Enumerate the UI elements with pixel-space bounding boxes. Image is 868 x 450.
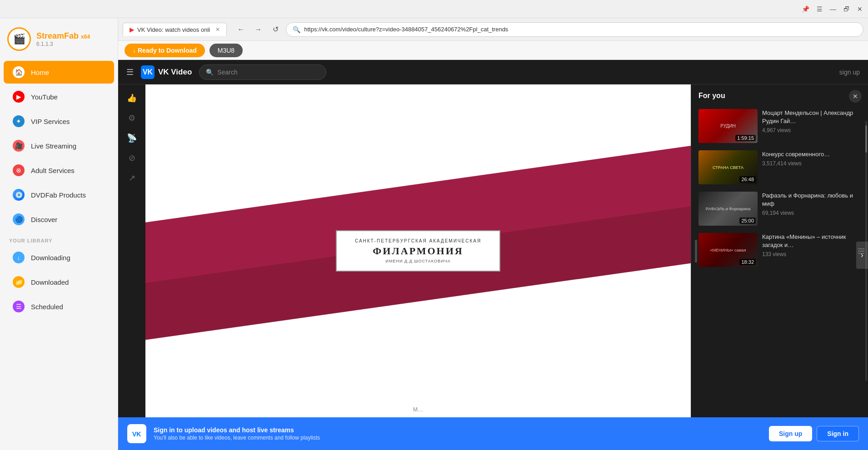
sidebar-label-home: Home xyxy=(31,69,49,76)
vk-signup-button[interactable]: Sign up xyxy=(769,426,812,441)
philharmonic-logo: САНКТ-ПЕТЕРБУРГСКАЯ АКАДЕМИЧЕСКАЯ ФИЛАРМ… xyxy=(336,230,500,272)
vk-left-nav: 👍 ⚙ 📡 ⊘ ↗ xyxy=(118,84,145,417)
video-views-2: 3,517,414 views xyxy=(762,160,861,167)
video-info-2: Конкурс современного… 3,517,414 views xyxy=(762,150,861,184)
video-thumb-2: СТРАНА СВЕТА 26:48 xyxy=(698,150,758,184)
vk-signup-link[interactable]: sign up xyxy=(839,69,860,76)
phil-main-text: ФИЛАРМОНИЯ xyxy=(355,245,481,257)
video-card-2[interactable]: СТРАНА СВЕТА 26:48 Конкурс современного…… xyxy=(691,147,868,188)
download-bar: ↓ Ready to Download M3U8 xyxy=(118,41,868,60)
browser-content: ☰ VK VK Video 🔍 Search sign up 👍 ⚙ xyxy=(118,60,868,450)
live-icon: 🎥 xyxy=(13,140,25,152)
sidebar-item-downloaded[interactable]: 📁 Downloaded xyxy=(4,271,114,293)
vk-search-placeholder: Search xyxy=(217,69,237,76)
phil-top-text: САНКТ-ПЕТЕРБУРГСКАЯ АКАДЕМИЧЕСКАЯ xyxy=(355,238,481,243)
library-section-label: YOUR LIBRARY xyxy=(0,232,118,245)
minimize-button[interactable]: — xyxy=(830,5,836,13)
app-name: StreamFab x64 xyxy=(36,31,90,41)
youtube-icon: ▶ xyxy=(13,91,25,103)
vk-search-bar[interactable]: 🔍 Search xyxy=(199,64,326,80)
video-title-1: Моцарт Мендельсон | Александр Рудин Гай… xyxy=(762,109,861,125)
home-icon: 🏠 xyxy=(13,66,25,78)
vk-header: ☰ VK VK Video 🔍 Search sign up xyxy=(118,60,868,84)
video-card-3[interactable]: РАФАЭЛЬ и Форнарина 25:00 Рафаэль и Форн… xyxy=(691,188,868,229)
sidebar-logo: 🎬 StreamFab x64 6.1.1.3 xyxy=(0,24,118,60)
app-logo-text: StreamFab x64 6.1.1.3 xyxy=(36,31,90,47)
video-hint: М… xyxy=(413,406,423,413)
sidebar-scrollbar-thumb xyxy=(865,125,867,153)
sidebar-label-downloading: Downloading xyxy=(31,254,70,262)
vk-main: 👍 ⚙ 📡 ⊘ ↗ xyxy=(118,84,868,417)
phil-sub-text: ИМЕНИ Д.Д.ШОСТАКОВИЧА xyxy=(355,259,481,263)
video-info-1: Моцарт Мендельсон | Александр Рудин Гай…… xyxy=(762,109,861,143)
scroll-right-button[interactable]: › xyxy=(856,242,868,269)
close-button[interactable]: ✕ xyxy=(857,5,863,13)
tab-title[interactable]: VK Video: watch videos onli xyxy=(137,26,210,33)
video-card-4[interactable]: «МЕНИНЫ» самая 18:32 Картина «Менины» – … xyxy=(691,229,868,271)
discover-icon: 🔵 xyxy=(13,213,25,225)
vk-nav-wifi[interactable]: 📡 xyxy=(123,129,141,147)
ready-to-download-button[interactable]: ↓ Ready to Download xyxy=(125,44,205,57)
adult-icon: ⊗ xyxy=(13,164,25,176)
video-title-3: Рафаэль и Форнарина: любовь и миф xyxy=(762,192,861,208)
sidebar: 🎬 StreamFab x64 6.1.1.3 🏠 Home ▶ YouTube… xyxy=(0,18,118,450)
vk-logo-icon: VK xyxy=(141,65,155,79)
vk-banner-logo: VK xyxy=(127,424,146,443)
m3u8-button[interactable]: M3U8 xyxy=(210,44,243,57)
vip-icon: ✦ xyxy=(13,115,25,127)
video-player[interactable]: САНКТ-ПЕТЕРБУРГСКАЯ АКАДЕМИЧЕСКАЯ ФИЛАРМ… xyxy=(145,84,691,417)
maximize-button[interactable]: 🗗 xyxy=(843,5,850,13)
vk-nav-block[interactable]: ⊘ xyxy=(123,149,141,167)
video-card-1[interactable]: РУДИН 1:59:15 Моцарт Мендельсон | Алекса… xyxy=(691,105,868,147)
menu-button[interactable]: ☰ xyxy=(817,5,823,13)
pin-button[interactable]: 📌 xyxy=(802,5,809,13)
sidebar-label-live: Live Streaming xyxy=(31,142,76,150)
address-bar[interactable]: 🔍 https://vk.com/video/culture?z=video-3… xyxy=(286,22,863,37)
scheduled-icon: ☰ xyxy=(13,301,25,312)
app-body: 🎬 StreamFab x64 6.1.1.3 🏠 Home ▶ YouTube… xyxy=(0,18,868,450)
video-area: САНКТ-ПЕТЕРБУРГСКАЯ АКАДЕМИЧЕСКАЯ ФИЛАРМ… xyxy=(145,84,691,417)
tab-close-icon[interactable]: ✕ xyxy=(215,26,220,33)
forward-button[interactable]: → xyxy=(251,23,265,36)
vk-logo-text: VK Video xyxy=(158,68,192,77)
thumb-duration-1: 1:59:15 xyxy=(735,135,756,141)
sidebar-item-vip[interactable]: ✦ VIP Services xyxy=(4,110,114,133)
vk-nav-settings[interactable]: ⚙ xyxy=(123,109,141,127)
sidebar-label-downloaded: Downloaded xyxy=(31,278,69,286)
sidebar-item-downloading[interactable]: ↓ Downloading xyxy=(4,246,114,269)
sidebar-item-live[interactable]: 🎥 Live Streaming xyxy=(4,134,114,157)
sidebar-item-scheduled[interactable]: ☰ Scheduled xyxy=(4,295,114,318)
sidebar-close-button[interactable]: ✕ xyxy=(849,90,862,103)
svg-text:VK: VK xyxy=(132,430,141,438)
address-text: https://vk.com/video/culture?z=video-348… xyxy=(304,26,508,33)
back-button[interactable]: ← xyxy=(234,23,248,36)
sidebar-item-dvdfab[interactable]: 💿 DVDFab Products xyxy=(4,183,114,206)
sidebar-item-discover[interactable]: 🔵 Discover xyxy=(4,208,114,231)
thumb-duration-3: 25:00 xyxy=(739,218,756,224)
sidebar-item-adult[interactable]: ⊗ Adult Services xyxy=(4,159,114,182)
video-thumb-3: РАФАЭЛЬ и Форнарина 25:00 xyxy=(698,192,758,226)
vk-nav-share[interactable]: ↗ xyxy=(123,169,141,187)
banner-buttons: Sign up Sign in xyxy=(769,426,859,441)
vk-hamburger-icon[interactable]: ☰ xyxy=(126,67,134,77)
sidebar-label-scheduled: Scheduled xyxy=(31,303,63,311)
sidebar-item-youtube[interactable]: ▶ YouTube xyxy=(4,85,114,108)
dvd-icon: 💿 xyxy=(13,189,25,201)
sidebar-label-adult: Adult Services xyxy=(31,167,75,174)
vk-nav-thumbsup[interactable]: 👍 xyxy=(123,89,141,107)
vk-banner-main: Sign in to upload videos and host live s… xyxy=(154,426,762,434)
video-thumb-1: РУДИН 1:59:15 xyxy=(698,109,758,143)
refresh-button[interactable]: ↺ xyxy=(269,23,282,36)
for-you-heading: For you xyxy=(691,84,868,105)
scroll-indicator xyxy=(695,240,697,262)
sidebar-item-home[interactable]: 🏠 Home xyxy=(4,61,114,84)
thumb-duration-4: 18:32 xyxy=(739,259,756,265)
video-info-4: Картина «Менины» – источник загадок и… 1… xyxy=(762,233,861,267)
video-views-4: 133 views xyxy=(762,251,861,257)
video-thumb-4: «МЕНИНЫ» самая 18:32 xyxy=(698,233,758,267)
sidebar-label-vip: VIP Services xyxy=(31,118,70,125)
vk-sidebar: ✕ For you РУДИН 1:59:15 Моцарт Мендельсо… xyxy=(691,84,868,417)
video-views-3: 69,194 views xyxy=(762,210,861,216)
sidebar-label-discover: Discover xyxy=(31,216,57,223)
vk-signin-button[interactable]: Sign in xyxy=(817,426,859,441)
